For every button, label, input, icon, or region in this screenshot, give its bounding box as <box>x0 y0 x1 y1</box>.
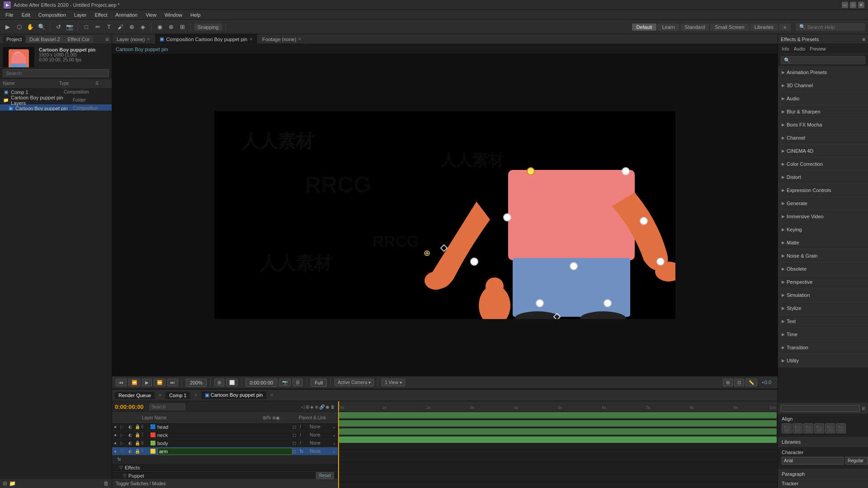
ep-section-text-header[interactable]: ▶ Text <box>778 315 868 328</box>
tl-render-close[interactable]: ✕ <box>158 393 162 398</box>
tool-text[interactable]: T <box>104 22 114 32</box>
panel-search-effects[interactable] <box>781 405 860 412</box>
viewer-camera-btn[interactable]: Active Camera ▾ <box>335 379 374 386</box>
libraries-header[interactable]: Libraries <box>778 437 868 446</box>
menu-view[interactable]: View <box>142 11 160 19</box>
layer-expand-7[interactable]: ▷ <box>120 432 128 437</box>
layer-name-8[interactable]: body <box>157 441 225 446</box>
puppet-reset-btn[interactable]: Reset <box>316 472 334 479</box>
layer-solo-8[interactable]: ◐ <box>128 441 135 446</box>
workspace-more[interactable]: » <box>779 23 791 31</box>
menu-edit[interactable]: Edit <box>18 11 34 19</box>
layer-expand-9[interactable]: ▽ <box>120 449 128 454</box>
tool-rect[interactable]: □ <box>81 22 91 32</box>
panel-collapse-icon[interactable]: ≡ <box>863 37 865 42</box>
tool-zoom[interactable]: 🔍 <box>37 22 47 32</box>
ep-section-utility-header[interactable]: ▶ Utility <box>778 354 868 367</box>
workspace-learn[interactable]: Learn <box>657 23 679 31</box>
comp-breadcrumb[interactable]: Cartoon Boy puppet pin <box>116 47 168 52</box>
layer-fx-symbol[interactable]: fx <box>300 449 307 454</box>
tool-arrow[interactable]: ▶ <box>3 22 13 32</box>
tool-camera[interactable]: 📷 <box>65 22 75 32</box>
layer-shy-9[interactable]: ◻ <box>292 449 300 454</box>
new-comp-btn[interactable]: ⊞ <box>3 480 7 487</box>
tab-comp-active[interactable]: ▣ Composition Cartoon Boy puppet pin ✕ <box>155 34 258 44</box>
layer-fx-7[interactable]: / <box>300 432 307 437</box>
timeline-time[interactable]: 0:00:00:00 <box>115 404 144 410</box>
ep-section-perspective-header[interactable]: ▶ Perspective <box>778 276 868 288</box>
layer-expand-6[interactable]: ▷ <box>120 424 128 429</box>
tool-select[interactable]: ⬡ <box>14 22 24 32</box>
tab-layer-close[interactable]: ✕ <box>146 37 150 42</box>
workspace-libraries[interactable]: Libraries <box>750 23 778 31</box>
timeline-search[interactable] <box>149 404 185 410</box>
timeline-ruler[interactable]: 0s 1s 2s 3s 4s 5s 6s 7s 8s 9s 10s <box>338 401 778 411</box>
viewer-transport-prev[interactable]: ⏪ <box>128 379 140 386</box>
layer-lock-6[interactable]: 🔒 <box>135 424 141 429</box>
ep-section-generate-header[interactable]: ▶ Generate <box>778 197 868 210</box>
ep-section-expression-header[interactable]: ▶ Expression Controls <box>778 184 868 197</box>
layer-solo-7[interactable]: ◐ <box>128 432 135 437</box>
menu-composition[interactable]: Composition <box>35 11 70 19</box>
window-controls[interactable]: ─ □ ✕ <box>842 2 864 8</box>
tool-extra1[interactable]: ⊗ <box>166 22 176 32</box>
ep-section-stylize-header[interactable]: ▶ Stylize <box>778 302 868 314</box>
ep-section-animation-header[interactable]: ▶ Animation Presets <box>778 66 868 79</box>
ep-section-simulation-header[interactable]: ▶ Simulation <box>778 289 868 301</box>
layer-lock-7[interactable]: 🔒 <box>135 432 141 437</box>
menu-layer[interactable]: Layer <box>71 11 90 19</box>
effects-header-row[interactable]: ▽ Effects <box>112 464 338 472</box>
tl-layer-8[interactable]: ● ▷ ◐ 🔒 8 🟩 body ◻ / None ⌄ <box>112 439 338 447</box>
tl-icon4[interactable]: ⊕ <box>315 404 318 409</box>
tl-icon6[interactable]: ◉ <box>326 404 330 409</box>
layer-visibility-7[interactable]: ● <box>114 432 120 437</box>
align-right-btn[interactable]: ⬛ <box>803 423 813 433</box>
layer-shy-6[interactable]: ◻ <box>292 424 300 429</box>
tl-icon7[interactable]: 🗑 <box>330 404 335 409</box>
project-item-folder[interactable]: 📁 Cartoon Boy puppet pin Layers Folder <box>0 96 112 104</box>
layer-link-8[interactable]: ⌄ <box>332 441 336 446</box>
ep-section-color-header[interactable]: ▶ Color Correction <box>778 158 868 170</box>
char-style-input[interactable] <box>845 457 868 465</box>
ep-section-time-header[interactable]: ▶ Time <box>778 328 868 341</box>
effects-arrow[interactable]: ▽ <box>119 465 123 470</box>
tracker-header[interactable]: Tracker <box>778 479 868 488</box>
tool-extra2[interactable]: ⊞ <box>177 22 187 32</box>
layer-name-edit-9[interactable] <box>157 448 292 455</box>
align-center-h-btn[interactable]: ⬛ <box>793 423 802 433</box>
ep-section-audio-header[interactable]: ▶ Audio <box>778 92 868 105</box>
tab-footage-none[interactable]: Footage (none) ✕ <box>258 34 307 44</box>
ep-section-noise-header[interactable]: ▶ Noise & Grain <box>778 249 868 262</box>
menu-animation[interactable]: Animation <box>112 11 141 19</box>
workspace-default[interactable]: Default <box>632 23 657 31</box>
align-top-btn[interactable]: ⬛ <box>814 423 824 433</box>
ep-section-3dchannel-header[interactable]: ▶ 3D Channel <box>778 79 868 92</box>
ep-section-boris-header[interactable]: ▶ Boris FX Mocha <box>778 118 868 131</box>
layer-shy-7[interactable]: ◻ <box>292 432 300 437</box>
menu-file[interactable]: File <box>2 11 17 19</box>
align-left-btn[interactable]: ⬛ <box>782 423 792 433</box>
tl-tab-render[interactable]: Render Queue <box>115 392 155 399</box>
char-font-input[interactable] <box>782 457 844 465</box>
tl-comp1-close[interactable]: ✕ <box>194 393 198 398</box>
layer-name-7[interactable]: neck <box>157 432 225 438</box>
menu-help[interactable]: Help <box>187 11 204 19</box>
tab-comp-close[interactable]: ✕ <box>249 37 253 42</box>
search-help-input[interactable] <box>807 24 862 30</box>
tool-hand[interactable]: ✋ <box>25 22 35 32</box>
tool-clone[interactable]: ⊕ <box>127 22 137 32</box>
workspace-standard[interactable]: Standard <box>680 23 710 31</box>
tab-duik[interactable]: Duik Bassel.2 <box>26 36 63 43</box>
effects-search-input[interactable] <box>781 56 865 64</box>
layer-solo-9[interactable]: ◐ <box>128 449 135 454</box>
minimize-btn[interactable]: ─ <box>842 2 848 8</box>
layer-lock-8[interactable]: 🔒 <box>135 441 141 446</box>
viewer-safe-areas[interactable]: ⊡ <box>734 379 744 386</box>
ep-section-obsolete-header[interactable]: ▶ Obsolete <box>778 263 868 275</box>
delete-btn[interactable]: 🗑 <box>104 480 109 487</box>
viewer-grid[interactable]: ⊞ <box>723 379 733 386</box>
viewer-transport-start[interactable]: ⏮ <box>116 379 127 386</box>
ep-section-immersive-header[interactable]: ▶ Immersive Video <box>778 210 868 223</box>
maximize-btn[interactable]: □ <box>850 2 856 8</box>
puppet-arrow[interactable]: ▽ <box>123 473 127 478</box>
